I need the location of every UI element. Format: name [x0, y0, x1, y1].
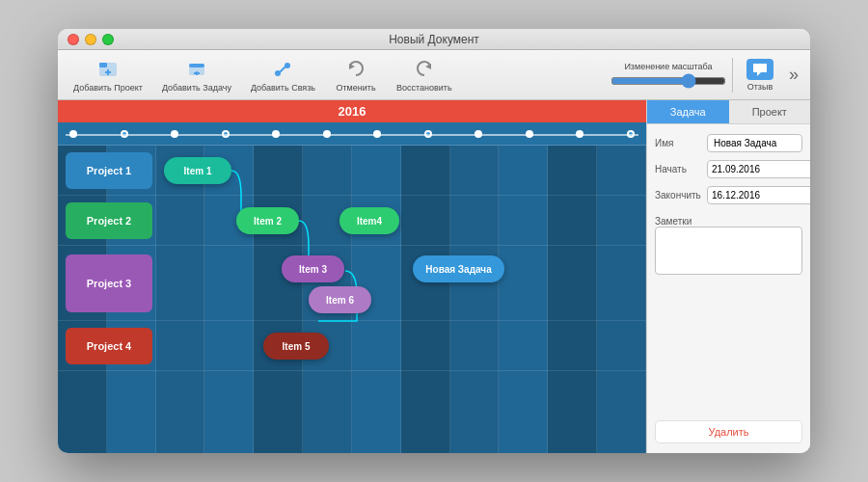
notes-label: Заметки [655, 216, 802, 227]
add-link-icon [271, 58, 294, 81]
task-item-6[interactable]: Item 6 [309, 286, 371, 313]
feedback-icon [746, 59, 773, 80]
name-input[interactable] [707, 134, 802, 152]
name-row: Имя [655, 134, 802, 152]
timeline-row [58, 122, 646, 146]
tab-project[interactable]: Проект [729, 100, 811, 123]
start-date-input[interactable] [707, 160, 810, 178]
task-item-new[interactable]: Новая Задача [413, 255, 504, 282]
redo-label: Восстановить [396, 83, 452, 93]
project-label-4: Project 4 [66, 328, 152, 364]
gantt-rows: Project 1 Item 1 Project 2 Item 2 It [58, 146, 646, 453]
task-item-4[interactable]: Item4 [339, 207, 399, 234]
maximize-button[interactable] [102, 34, 114, 45]
project-label-1: Project 1 [66, 152, 152, 189]
title-bar: Новый Документ [58, 29, 810, 50]
start-row: Начать 📅 [655, 160, 802, 178]
add-project-icon [96, 58, 120, 81]
redo-button[interactable]: Восстановить [389, 54, 460, 96]
svg-rect-8 [275, 70, 281, 76]
gantt-row-3: Project 3 Item 3 Item 6 Новая Задача [58, 246, 646, 321]
undo-button[interactable]: Отменить [327, 54, 385, 96]
year-header: 2016 [58, 100, 646, 122]
notes-section: Заметки [655, 212, 802, 279]
task-item-3[interactable]: Item 3 [282, 255, 344, 282]
main-content: 2016 [58, 100, 810, 453]
more-button[interactable]: » [785, 61, 802, 89]
svg-rect-9 [285, 63, 290, 68]
toolbar-separator [732, 58, 733, 93]
minimize-button[interactable] [85, 34, 96, 45]
window-controls [68, 34, 114, 45]
add-task-icon [185, 58, 208, 81]
scale-slider[interactable] [610, 73, 726, 89]
start-label: Начать [655, 164, 703, 174]
timeline-line [66, 134, 638, 136]
notes-input[interactable] [655, 227, 802, 275]
main-window: Новый Документ Добавить Проект [58, 29, 810, 453]
end-row: Закончить 📅 [655, 186, 802, 204]
gantt-row-1: Project 1 Item 1 [58, 146, 646, 196]
year-label: 2016 [339, 104, 366, 119]
tab-task[interactable]: Задача [647, 100, 729, 123]
gantt-row-4: Project 4 Item 5 [58, 321, 646, 371]
panel-form: Имя Начать 📅 Закончить 📅 Заметки [647, 124, 810, 420]
undo-icon [344, 58, 367, 81]
svg-rect-1 [99, 63, 107, 67]
feedback-label: Отзыв [747, 82, 773, 92]
panel-tabs: Задача Проект [647, 100, 810, 124]
toolbar: Добавить Проект Добавить Задачу [58, 50, 810, 100]
right-panel: Задача Проект Имя Начать 📅 Зако [646, 100, 810, 453]
name-label: Имя [655, 138, 703, 148]
undo-label: Отменить [336, 83, 375, 93]
add-link-label: Добавить Связь [251, 83, 315, 93]
add-link-button[interactable]: Добавить Связь [243, 54, 323, 96]
gantt-row-2: Project 2 Item 2 Item4 [58, 196, 646, 246]
svg-marker-10 [349, 64, 355, 69]
close-button[interactable] [68, 34, 79, 45]
add-task-button[interactable]: Добавить Задачу [154, 54, 239, 96]
gantt-area: 2016 [58, 100, 646, 453]
svg-marker-11 [425, 64, 431, 69]
scale-label: Изменение масштаба [624, 62, 712, 71]
window-title: Новый Документ [389, 33, 479, 46]
end-label: Закончить [655, 190, 703, 201]
task-item-2[interactable]: Item 2 [236, 207, 299, 234]
task-item-5[interactable]: Item 5 [263, 333, 329, 360]
delete-button[interactable]: Удалить [655, 420, 802, 443]
end-date-input[interactable] [707, 186, 810, 204]
svg-rect-5 [189, 64, 204, 67]
project-label-3: Project 3 [66, 254, 152, 312]
add-task-label: Добавить Задачу [162, 83, 231, 93]
add-project-button[interactable]: Добавить Проект [66, 54, 150, 96]
feedback-button[interactable]: Отзыв [739, 55, 781, 95]
scale-area: Изменение масштаба [610, 62, 726, 89]
project-label-2: Project 2 [66, 202, 152, 239]
task-item-1[interactable]: Item 1 [164, 157, 231, 184]
redo-icon [413, 58, 436, 81]
add-project-label: Добавить Проект [73, 83, 143, 93]
